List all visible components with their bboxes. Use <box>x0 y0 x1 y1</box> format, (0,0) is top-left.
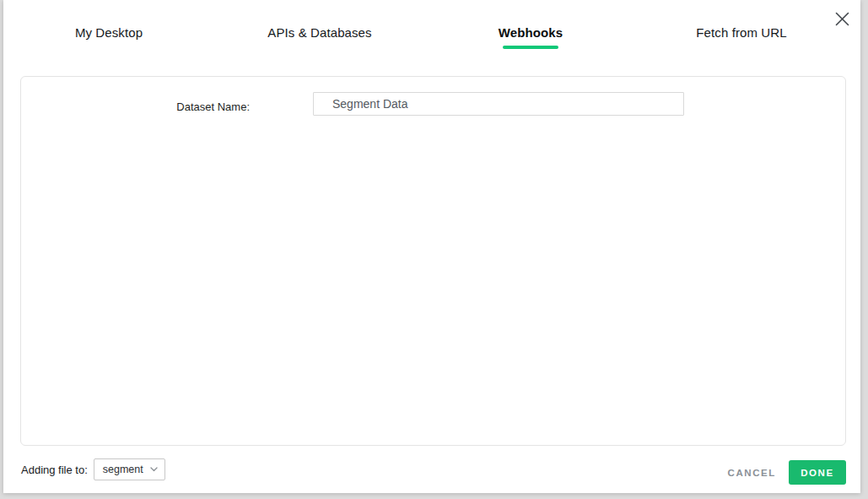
tab-webhooks[interactable]: Webhooks <box>425 25 636 49</box>
adding-file-to-label: Adding file to: <box>21 464 88 476</box>
tab-apis-databases[interactable]: APIs & Databases <box>214 25 425 49</box>
tab-label: APIs & Databases <box>267 25 371 40</box>
cancel-button[interactable]: CANCEL <box>727 468 776 478</box>
webhooks-content-panel: Dataset Name: <box>20 76 846 446</box>
tab-label: Fetch from URL <box>696 25 786 40</box>
dataset-name-label: Dataset Name: <box>21 100 250 113</box>
tab-my-desktop[interactable]: My Desktop <box>3 25 214 49</box>
tab-label: Webhooks <box>499 25 563 40</box>
footer-destination: Adding file to: segment <box>21 458 165 481</box>
tab-fetch-from-url[interactable]: Fetch from URL <box>636 25 847 49</box>
close-icon[interactable] <box>833 10 850 27</box>
folder-select[interactable]: segment <box>94 458 165 480</box>
footer-actions: CANCEL DONE <box>727 460 846 485</box>
dataset-name-input[interactable] <box>313 92 684 116</box>
tab-label: My Desktop <box>75 25 143 40</box>
add-data-source-modal: My Desktop APIs & Databases Webhooks Fet… <box>3 0 860 493</box>
chevron-down-icon <box>150 467 158 472</box>
folder-select-value: segment <box>103 464 143 475</box>
tab-active-underline <box>503 46 558 49</box>
done-button[interactable]: DONE <box>789 460 846 485</box>
source-tabbar: My Desktop APIs & Databases Webhooks Fet… <box>3 25 847 49</box>
